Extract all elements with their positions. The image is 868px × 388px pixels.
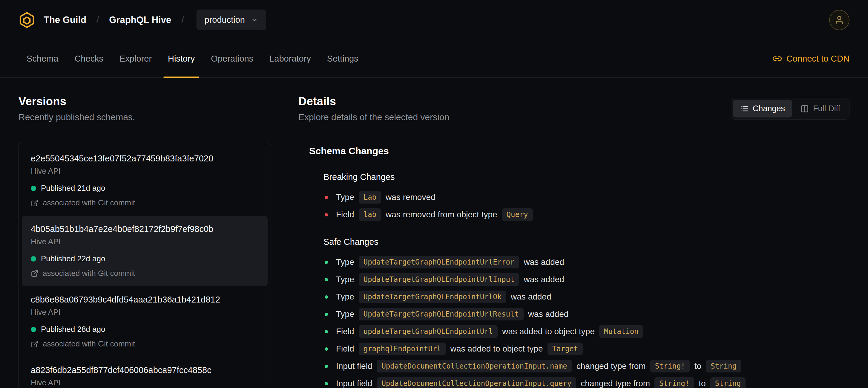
version-git-association: associated with Git commit — [31, 198, 259, 207]
change-text: Field — [336, 344, 354, 354]
change-text: Type — [336, 292, 354, 302]
tab-laboratory[interactable]: Laboratory — [261, 40, 319, 78]
code-chip: String! — [650, 360, 690, 372]
view-toggle: Changes Full Diff — [731, 98, 849, 120]
version-published: Published 21d ago — [31, 183, 259, 193]
top-bar: The Guild / GraphQL Hive / production — [0, 0, 868, 40]
change-text: was added to object type — [451, 344, 543, 354]
target-selector[interactable]: production — [196, 9, 266, 30]
changes-toggle-button[interactable]: Changes — [733, 100, 792, 117]
breadcrumb-separator: / — [180, 15, 185, 25]
published-status-dot — [31, 256, 36, 262]
chevron-down-icon — [251, 17, 258, 24]
target-selector-value: production — [205, 15, 245, 25]
published-text: Published 28d ago — [41, 325, 105, 334]
safe-bullet — [325, 365, 328, 368]
versions-panel: Versions Recently published schemas. e2e… — [19, 95, 271, 388]
code-chip: UpdateTargetGraphQLEndpointUrlError — [359, 256, 520, 268]
version-hash: 4b05ab51b1b4a7e2e4b0ef82172f2b9f7ef98c0b — [31, 224, 259, 234]
connect-to-cdn-label: Connect to CDN — [786, 54, 849, 64]
safe-changes-title: Safe Changes — [323, 237, 849, 247]
safe-bullet — [325, 313, 328, 316]
details-title: Details — [299, 95, 449, 108]
external-link-icon — [31, 340, 38, 348]
version-git-association: associated with Git commit — [31, 339, 259, 349]
version-published: Published 28d ago — [31, 325, 259, 334]
published-text: Published 21d ago — [41, 183, 105, 193]
code-chip: String — [706, 360, 741, 372]
code-chip: UpdateDocumentCollectionOperationInput.n… — [377, 360, 572, 372]
change-text: Field — [336, 210, 354, 219]
code-chip: lab — [359, 208, 381, 221]
schema-changes-title: Schema Changes — [309, 146, 849, 157]
connect-to-cdn-link[interactable]: Connect to CDN — [773, 40, 849, 78]
change-text: was added — [524, 275, 564, 284]
safe-change-item: FieldupdateTargetGraphQLEndpointUrlwas a… — [323, 325, 849, 338]
code-chip: String! — [654, 377, 694, 388]
schema-changes-section: Schema Changes Breaking Changes TypeLabw… — [299, 146, 849, 388]
version-service: Hive API — [31, 378, 259, 387]
external-link-icon — [31, 199, 38, 207]
breaking-bullet — [325, 213, 328, 216]
change-text: Input field — [336, 361, 372, 371]
version-list-item[interactable]: c8b6e88a06793b9c4dfd54aaa21b36a1b421d812… — [22, 287, 268, 357]
code-chip: Lab — [359, 191, 381, 204]
breaking-changes-title: Breaking Changes — [323, 172, 849, 182]
versions-title: Versions — [19, 95, 271, 108]
user-icon — [835, 15, 844, 25]
code-chip: Query — [502, 208, 533, 221]
change-text: was added to object type — [502, 327, 595, 336]
change-text: Field — [336, 327, 354, 336]
tab-operations[interactable]: Operations — [203, 40, 261, 78]
tab-schema[interactable]: Schema — [19, 40, 66, 78]
diff-columns-icon — [801, 105, 809, 113]
version-list-item[interactable]: e2e55045345ce13fe07f52a77459b83fa3fe7020… — [22, 145, 268, 216]
user-avatar[interactable] — [829, 10, 849, 30]
change-text: Type — [336, 192, 354, 202]
external-link-icon — [31, 270, 38, 277]
version-service: Hive API — [31, 237, 259, 246]
tab-history[interactable]: History — [160, 40, 203, 78]
tab-settings[interactable]: Settings — [319, 40, 367, 78]
safe-changes-list: TypeUpdateTargetGraphQLEndpointUrlErrorw… — [323, 255, 849, 388]
code-chip: UpdateTargetGraphQLEndpointUrlResult — [359, 308, 524, 321]
breadcrumb-org[interactable]: The Guild — [43, 14, 86, 25]
version-list-item[interactable]: 4b05ab51b1b4a7e2e4b0ef82172f2b9f7ef98c0b… — [22, 216, 268, 287]
change-text: changed type from — [577, 361, 646, 371]
version-hash: c8b6e88a06793b9c4dfd54aaa21b36a1b421d812 — [31, 295, 259, 305]
breadcrumb-project[interactable]: GraphQL Hive — [109, 14, 171, 25]
change-text: Type — [336, 257, 354, 267]
safe-change-item: TypeUpdateTargetGraphQLEndpointUrlInputw… — [323, 273, 849, 287]
tab-bar: SchemaChecksExplorerHistoryOperationsLab… — [0, 40, 868, 78]
change-text: changed type from — [581, 379, 650, 388]
code-chip: Mutation — [599, 325, 643, 338]
version-service: Hive API — [31, 307, 259, 317]
safe-bullet — [325, 295, 328, 299]
changes-toggle-label: Changes — [753, 104, 785, 113]
main-content: Versions Recently published schemas. e2e… — [0, 78, 868, 388]
safe-bullet — [325, 278, 328, 281]
version-git-association: associated with Git commit — [31, 269, 259, 278]
change-text: to — [694, 361, 701, 371]
tab-checks[interactable]: Checks — [66, 40, 112, 78]
change-text: Type — [336, 275, 354, 284]
change-text: was added — [524, 257, 564, 267]
tab-explorer[interactable]: Explorer — [112, 40, 160, 78]
details-panel: Details Explore details of the selected … — [299, 95, 849, 388]
code-chip: Target — [548, 342, 583, 355]
details-header-text: Details Explore details of the selected … — [299, 95, 449, 122]
list-icon — [740, 105, 748, 113]
hive-logo-icon[interactable] — [19, 12, 35, 28]
details-header: Details Explore details of the selected … — [299, 95, 849, 122]
safe-bullet — [325, 330, 328, 333]
git-association-text: associated with Git commit — [43, 198, 135, 207]
full-diff-toggle-button[interactable]: Full Diff — [793, 100, 847, 117]
version-hash: e2e55045345ce13fe07f52a77459b83fa3fe7020 — [31, 154, 259, 163]
full-diff-toggle-label: Full Diff — [813, 104, 840, 113]
version-hash: a823f6db2a55df877dcf406006abca97fcc4858c — [31, 365, 259, 375]
change-text: Input field — [336, 379, 372, 388]
safe-change-item: Input fieldUpdateDocumentCollectionOpera… — [323, 359, 849, 373]
code-chip: UpdateTargetGraphQLEndpointUrlInput — [359, 273, 520, 286]
version-list-item[interactable]: a823f6db2a55df877dcf406006abca97fcc4858c… — [22, 357, 268, 388]
change-text: was removed from object type — [385, 210, 497, 219]
